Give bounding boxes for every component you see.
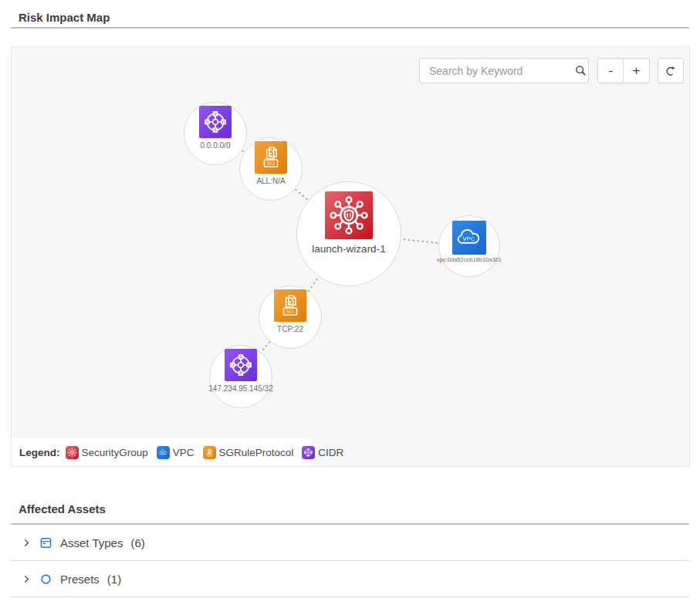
graph-node-security-group[interactable]: launch-wizard-1 xyxy=(296,181,401,286)
row-count: (1) xyxy=(107,573,121,586)
vpc-icon xyxy=(452,221,486,255)
graph-node-vpc[interactable]: vpc:0da52ccb18b10a301 xyxy=(438,215,500,277)
legend-item-label: SecurityGroup xyxy=(82,447,148,458)
sgrule-icon xyxy=(203,446,216,459)
row-label: Presets xyxy=(60,573,100,586)
legend-item-vpc: VPC xyxy=(157,446,194,459)
node-label: vpc:0da52ccb18b10a301 xyxy=(437,256,502,263)
zoom-in-button[interactable]: + xyxy=(624,59,649,83)
risk-impact-map-panel: 0.0.0.0/0 ALL:N/A launch-wizard-1 vpc:0d… xyxy=(11,46,690,467)
row-label: Asset Types xyxy=(60,536,123,549)
cidr-icon xyxy=(199,106,232,138)
graph-node-cidr[interactable]: 0.0.0.0/0 xyxy=(184,102,247,165)
search-input[interactable] xyxy=(420,65,573,77)
graph-node-sgrule[interactable]: TCP:22 xyxy=(259,286,322,349)
asset-types-icon xyxy=(39,536,52,549)
map-toolbar: - + xyxy=(12,58,689,83)
search-box xyxy=(419,58,589,83)
page-header: Risk Impact Map xyxy=(11,0,689,29)
legend-item-label: SGRuleProtocol xyxy=(219,447,294,458)
asset-types-row[interactable]: Asset Types (6) xyxy=(11,525,689,561)
sgrule-icon xyxy=(274,289,306,322)
node-label: 0.0.0.0/0 xyxy=(201,141,231,150)
affected-assets-title: Affected Assets xyxy=(19,502,689,516)
legend-item-cidr: CIDR xyxy=(302,446,343,459)
security-group-icon xyxy=(66,446,79,459)
row-count: (6) xyxy=(130,536,144,549)
security-group-icon xyxy=(325,191,373,239)
page-title: Risk Impact Map xyxy=(19,10,689,25)
refresh-button[interactable] xyxy=(658,58,684,83)
refresh-icon xyxy=(664,64,678,78)
legend-item-label: VPC xyxy=(173,447,194,458)
presets-row[interactable]: Presets (1) xyxy=(11,561,689,597)
node-label: TCP:22 xyxy=(277,325,303,333)
zoom-controls: - + xyxy=(597,58,650,83)
node-label: 147.234.95.145/32 xyxy=(208,384,272,393)
vpc-icon xyxy=(157,446,170,459)
legend-item-sgruleprotocol: SGRuleProtocol xyxy=(203,446,294,459)
graph-node-sgrule[interactable]: ALL:N/A xyxy=(239,137,303,201)
legend: Legend: SecurityGroup VPC SGRuleProtocol… xyxy=(12,438,310,466)
sgrule-icon xyxy=(255,141,287,174)
cidr-icon xyxy=(225,349,257,381)
presets-icon xyxy=(39,573,52,586)
search-icon[interactable] xyxy=(573,59,588,83)
chevron-right-icon[interactable] xyxy=(22,574,32,584)
node-label: ALL:N/A xyxy=(256,177,285,185)
affected-assets-section: Affected Assets Asset Types (6) Presets … xyxy=(11,502,689,597)
chevron-right-icon[interactable] xyxy=(22,538,32,548)
legend-item-security-group: SecurityGroup xyxy=(66,446,148,459)
zoom-out-button[interactable]: - xyxy=(598,59,624,83)
cidr-icon xyxy=(302,446,315,459)
node-label: launch-wizard-1 xyxy=(312,243,385,255)
legend-item-label: CIDR xyxy=(318,447,343,458)
graph-node-cidr[interactable]: 147.234.95.145/32 xyxy=(209,345,272,408)
legend-title: Legend: xyxy=(19,447,60,458)
